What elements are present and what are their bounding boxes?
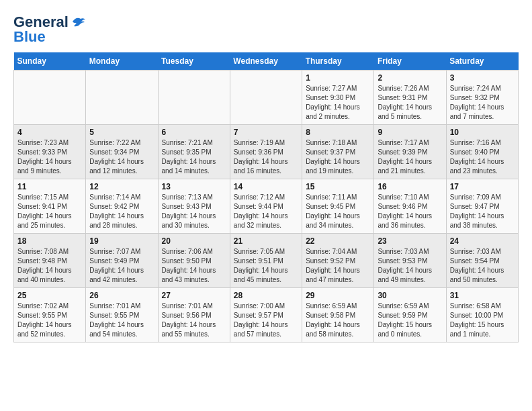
day-info: Sunrise: 7:22 AM Sunset: 9:34 PM Dayligh… (89, 138, 154, 176)
calendar-cell: 5Sunrise: 7:22 AM Sunset: 9:34 PM Daylig… (86, 125, 158, 179)
day-info: Sunrise: 7:04 AM Sunset: 9:52 PM Dayligh… (306, 247, 370, 285)
calendar-cell: 3Sunrise: 7:24 AM Sunset: 9:32 PM Daylig… (446, 71, 518, 125)
day-info: Sunrise: 7:17 AM Sunset: 9:39 PM Dayligh… (378, 138, 442, 176)
day-number: 11 (17, 182, 82, 191)
day-info: Sunrise: 7:01 AM Sunset: 9:55 PM Dayligh… (89, 302, 154, 339)
day-number: 18 (17, 236, 82, 246)
header: General Blue (13, 13, 519, 46)
day-info: Sunrise: 6:59 AM Sunset: 9:58 PM Dayligh… (306, 302, 370, 339)
day-info: Sunrise: 6:58 AM Sunset: 10:00 PM Daylig… (450, 302, 515, 339)
calendar-cell: 15Sunrise: 7:11 AM Sunset: 9:45 PM Dayli… (302, 179, 374, 234)
weekday-header: Monday (86, 52, 158, 71)
calendar-cell: 28Sunrise: 7:00 AM Sunset: 9:57 PM Dayli… (230, 288, 302, 342)
day-number: 4 (17, 128, 82, 137)
logo-bird-icon (71, 16, 86, 28)
day-info: Sunrise: 7:16 AM Sunset: 9:40 PM Dayligh… (450, 138, 515, 176)
day-info: Sunrise: 7:03 AM Sunset: 9:53 PM Dayligh… (378, 247, 442, 285)
day-number: 10 (450, 128, 515, 137)
calendar-week-row: 1Sunrise: 7:27 AM Sunset: 9:30 PM Daylig… (14, 71, 519, 125)
calendar-cell: 2Sunrise: 7:26 AM Sunset: 9:31 PM Daylig… (374, 71, 446, 125)
day-info: Sunrise: 7:18 AM Sunset: 9:37 PM Dayligh… (306, 138, 370, 176)
calendar-cell: 29Sunrise: 6:59 AM Sunset: 9:58 PM Dayli… (302, 288, 374, 342)
calendar-cell: 11Sunrise: 7:15 AM Sunset: 9:41 PM Dayli… (14, 179, 86, 234)
day-number: 19 (89, 236, 154, 246)
calendar-cell: 10Sunrise: 7:16 AM Sunset: 9:40 PM Dayli… (446, 125, 518, 179)
calendar-cell: 22Sunrise: 7:04 AM Sunset: 9:52 PM Dayli… (302, 234, 374, 288)
day-number: 13 (162, 182, 226, 191)
weekday-header: Wednesday (230, 52, 302, 71)
day-info: Sunrise: 7:12 AM Sunset: 9:44 PM Dayligh… (234, 193, 298, 230)
day-info: Sunrise: 7:09 AM Sunset: 9:47 PM Dayligh… (450, 193, 515, 230)
calendar-cell: 7Sunrise: 7:19 AM Sunset: 9:36 PM Daylig… (230, 125, 302, 179)
day-number: 20 (162, 236, 226, 246)
day-number: 23 (378, 236, 442, 246)
day-number: 30 (378, 291, 442, 300)
day-info: Sunrise: 7:13 AM Sunset: 9:43 PM Dayligh… (162, 193, 226, 230)
calendar-table: SundayMondayTuesdayWednesdayThursdayFrid… (13, 52, 519, 342)
calendar-week-row: 25Sunrise: 7:02 AM Sunset: 9:55 PM Dayli… (14, 288, 519, 342)
calendar-cell (158, 71, 230, 125)
day-number: 15 (306, 182, 370, 191)
day-number: 8 (306, 128, 370, 137)
calendar-cell: 19Sunrise: 7:07 AM Sunset: 9:49 PM Dayli… (86, 234, 158, 288)
calendar-week-row: 18Sunrise: 7:08 AM Sunset: 9:48 PM Dayli… (14, 234, 519, 288)
calendar-week-row: 4Sunrise: 7:23 AM Sunset: 9:33 PM Daylig… (14, 125, 519, 179)
weekday-header: Sunday (14, 52, 86, 71)
calendar-cell: 21Sunrise: 7:05 AM Sunset: 9:51 PM Dayli… (230, 234, 302, 288)
day-info: Sunrise: 7:10 AM Sunset: 9:46 PM Dayligh… (378, 193, 442, 230)
weekday-header: Friday (374, 52, 446, 71)
day-number: 24 (450, 236, 515, 246)
calendar-cell: 24Sunrise: 7:03 AM Sunset: 9:54 PM Dayli… (446, 234, 518, 288)
day-info: Sunrise: 7:21 AM Sunset: 9:35 PM Dayligh… (162, 138, 226, 176)
day-info: Sunrise: 7:27 AM Sunset: 9:30 PM Dayligh… (306, 84, 370, 122)
calendar-week-row: 11Sunrise: 7:15 AM Sunset: 9:41 PM Dayli… (14, 179, 519, 234)
day-number: 28 (234, 291, 298, 300)
calendar-cell: 27Sunrise: 7:01 AM Sunset: 9:56 PM Dayli… (158, 288, 230, 342)
weekday-header: Tuesday (158, 52, 230, 71)
calendar-cell: 1Sunrise: 7:27 AM Sunset: 9:30 PM Daylig… (302, 71, 374, 125)
calendar-cell (86, 71, 158, 125)
calendar-cell: 13Sunrise: 7:13 AM Sunset: 9:43 PM Dayli… (158, 179, 230, 234)
calendar-cell: 17Sunrise: 7:09 AM Sunset: 9:47 PM Dayli… (446, 179, 518, 234)
weekday-header-row: SundayMondayTuesdayWednesdayThursdayFrid… (14, 52, 519, 71)
calendar-cell: 26Sunrise: 7:01 AM Sunset: 9:55 PM Dayli… (86, 288, 158, 342)
weekday-header: Saturday (446, 52, 518, 71)
day-number: 1 (306, 73, 370, 83)
day-info: Sunrise: 7:00 AM Sunset: 9:57 PM Dayligh… (234, 302, 298, 339)
day-number: 7 (234, 128, 298, 137)
calendar-cell: 16Sunrise: 7:10 AM Sunset: 9:46 PM Dayli… (374, 179, 446, 234)
calendar-cell: 6Sunrise: 7:21 AM Sunset: 9:35 PM Daylig… (158, 125, 230, 179)
day-info: Sunrise: 7:07 AM Sunset: 9:49 PM Dayligh… (89, 247, 154, 285)
day-info: Sunrise: 7:26 AM Sunset: 9:31 PM Dayligh… (378, 84, 442, 122)
day-info: Sunrise: 7:24 AM Sunset: 9:32 PM Dayligh… (450, 84, 515, 122)
day-number: 17 (450, 182, 515, 191)
day-info: Sunrise: 7:14 AM Sunset: 9:42 PM Dayligh… (89, 193, 154, 230)
logo: General Blue (13, 13, 86, 46)
day-info: Sunrise: 6:59 AM Sunset: 9:59 PM Dayligh… (378, 302, 442, 339)
day-number: 26 (89, 291, 154, 300)
day-number: 21 (234, 236, 298, 246)
day-info: Sunrise: 7:11 AM Sunset: 9:45 PM Dayligh… (306, 193, 370, 230)
calendar-cell: 18Sunrise: 7:08 AM Sunset: 9:48 PM Dayli… (14, 234, 86, 288)
day-number: 5 (89, 128, 154, 137)
day-info: Sunrise: 7:05 AM Sunset: 9:51 PM Dayligh… (234, 247, 298, 285)
day-info: Sunrise: 7:06 AM Sunset: 9:50 PM Dayligh… (162, 247, 226, 285)
day-info: Sunrise: 7:02 AM Sunset: 9:55 PM Dayligh… (17, 302, 82, 339)
weekday-header: Thursday (302, 52, 374, 71)
calendar-cell: 12Sunrise: 7:14 AM Sunset: 9:42 PM Dayli… (86, 179, 158, 234)
calendar-cell: 4Sunrise: 7:23 AM Sunset: 9:33 PM Daylig… (14, 125, 86, 179)
calendar-cell: 14Sunrise: 7:12 AM Sunset: 9:44 PM Dayli… (230, 179, 302, 234)
calendar-cell: 31Sunrise: 6:58 AM Sunset: 10:00 PM Dayl… (446, 288, 518, 342)
calendar-cell: 20Sunrise: 7:06 AM Sunset: 9:50 PM Dayli… (158, 234, 230, 288)
day-number: 9 (378, 128, 442, 137)
day-number: 14 (234, 182, 298, 191)
day-number: 6 (162, 128, 226, 137)
day-info: Sunrise: 7:08 AM Sunset: 9:48 PM Dayligh… (17, 247, 82, 285)
day-number: 3 (450, 73, 515, 83)
day-info: Sunrise: 7:23 AM Sunset: 9:33 PM Dayligh… (17, 138, 82, 176)
day-number: 2 (378, 73, 442, 83)
calendar-cell: 30Sunrise: 6:59 AM Sunset: 9:59 PM Dayli… (374, 288, 446, 342)
day-number: 31 (450, 291, 515, 300)
day-info: Sunrise: 7:19 AM Sunset: 9:36 PM Dayligh… (234, 138, 298, 176)
day-number: 27 (162, 291, 226, 300)
